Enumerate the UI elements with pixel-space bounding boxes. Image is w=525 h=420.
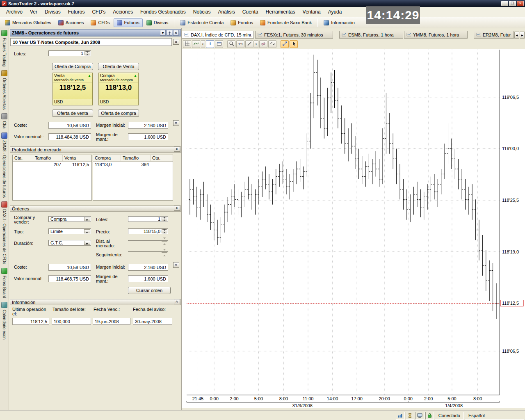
chevron-down-icon[interactable] — [84, 217, 90, 221]
buy-sell-select[interactable]: Compra — [48, 216, 91, 222]
menu-divisas[interactable]: Divisas — [41, 7, 64, 17]
dock-tab-znm8-operaciones-de-futuros[interactable]: ZNM8 - Operaciones de futuros — [1, 132, 7, 198]
toolbar-estado-de-cuenta[interactable]: Estado de Cuenta — [177, 18, 227, 27]
toolbar-mercados-globales[interactable]: Mercados Globales — [2, 18, 55, 27]
toolbar-futuros[interactable]: Futuros — [114, 18, 143, 27]
market-depth-section-header[interactable]: Profundidad de mercado » — [10, 146, 181, 153]
menu-ventana[interactable]: Ventana — [299, 7, 324, 17]
order-lots-spinner[interactable] — [162, 217, 167, 221]
ask-offer-button[interactable]: Oferta de Venta — [98, 63, 139, 70]
chart-tab-er2m8-futur[interactable]: ER2M8, Futur — [474, 31, 514, 39]
order-lots-input[interactable]: 1 — [128, 216, 168, 222]
x-axis-label: 0:00 — [210, 396, 218, 401]
menu-fondos-gestionados[interactable]: Fondos Gestionados — [137, 7, 189, 17]
table-row[interactable]: 118'13,0 384 — [93, 162, 173, 168]
menu-archivo[interactable]: Archivo — [2, 7, 26, 17]
information-section-header[interactable]: Información » — [10, 299, 181, 305]
chevron-down-icon[interactable]: ▼ — [201, 40, 205, 48]
scroll-right-icon[interactable]: ▶ — [520, 32, 525, 39]
lots-input[interactable]: 1 — [48, 50, 91, 56]
column-header[interactable]: Cta. — [151, 155, 172, 161]
chart-toolbar-zoom-button[interactable] — [227, 40, 235, 48]
chart-toolbar-one-to-one-button[interactable]: 1:1 — [236, 40, 244, 48]
dock-tab-futures-trading[interactable]: Futures Trading — [1, 30, 7, 66]
toolbar-fondos-de-saxo-bank[interactable]: Fondos de Saxo Bank — [257, 18, 315, 27]
trade-collapse-button[interactable]: » — [173, 120, 179, 126]
chart-tab-esm8-futuros-1-hora[interactable]: ESM8, Futuros, 1 hora — [339, 31, 403, 39]
orders-collapse-button[interactable]: » — [173, 262, 179, 268]
sell-market-button[interactable]: Venta▲ Mercado de venta 118'12,5 USD — [52, 73, 93, 105]
scroll-left-icon[interactable]: ◀ — [514, 32, 519, 39]
window-titlebar[interactable]: SaxoTrader 2 - workspace.ok.7 _ ❐ × — [0, 0, 525, 7]
toolbar-divisas[interactable]: Divisas — [143, 18, 171, 27]
price-chart[interactable]: 119'06,5119'00,0118'25,5118'19,0118'12,5… — [182, 49, 525, 408]
menu-acciones[interactable]: Acciones — [109, 7, 137, 17]
close-button[interactable]: × — [517, 1, 524, 6]
sell-offer-button[interactable]: Oferta de venta — [52, 110, 93, 117]
monitor-icon[interactable] — [415, 412, 425, 420]
menu-herramientas[interactable]: Herramientas — [262, 7, 299, 17]
lots-spinner[interactable] — [84, 51, 90, 55]
panel-menu-button[interactable]: ▾ — [160, 30, 166, 36]
language-indicator[interactable]: Español — [465, 412, 524, 420]
dock-tab-calendario-econ[interactable]: Calendario econ — [1, 302, 7, 340]
toolbar-acciones[interactable]: Acciones — [55, 18, 87, 27]
chart-tab-fesxc1-futuros-30-minutos[interactable]: FESXc1, Futuros, 30 minutos — [255, 31, 333, 39]
column-header[interactable]: Cta. — [13, 155, 33, 161]
orders-section-header[interactable]: Órdenes » — [10, 205, 181, 212]
buy-offer-button[interactable]: Oferta de compra — [98, 110, 139, 117]
toolbar-informacion[interactable]: Información — [320, 18, 358, 27]
menu-ayuda[interactable]: Ayuda — [324, 7, 346, 17]
toolbar-cfds[interactable]: CFDs — [87, 18, 113, 27]
dock-tab-cha[interactable]: Cha — [1, 113, 7, 128]
collapse-button[interactable]: » — [174, 146, 180, 152]
chevron-down-icon[interactable]: ▼ — [254, 40, 258, 48]
column-header[interactable]: Venta — [63, 155, 91, 161]
minimize-button[interactable]: _ — [501, 1, 508, 6]
order-price-spinner[interactable] — [162, 229, 167, 233]
maximize-button[interactable]: ❐ — [509, 1, 516, 6]
collapse-button[interactable]: » — [174, 299, 180, 304]
chart-toolbar-fit-button[interactable] — [281, 40, 289, 48]
collapse-button[interactable]: » — [174, 205, 180, 211]
instrument-collapse-button[interactable]: » — [173, 39, 179, 45]
chart-toolbar-pointer-button[interactable] — [290, 40, 298, 48]
column-header[interactable]: Compra — [93, 155, 121, 161]
buy-market-button[interactable]: Compra▲ Mercado de compra 118'13,0 USD — [98, 73, 139, 105]
submit-order-button[interactable]: Cursar orden — [128, 287, 171, 294]
chart-toolbar-info-button[interactable]: i — [206, 40, 214, 48]
dock-tab-dax-i-operaciones-de-cfds[interactable]: DAX.I - Operaciones de CFDs — [1, 201, 7, 264]
dock-tab-ordenes-abiertas[interactable]: Órdenes Abiertas — [1, 70, 7, 110]
chart-toolbar-indicators-button[interactable] — [192, 40, 200, 48]
panel-pin-button[interactable] — [167, 30, 172, 36]
toolbar-fondos[interactable]: Fondos — [227, 18, 256, 27]
chart-toolbar-line-tool-button[interactable] — [245, 40, 253, 48]
order-price-input[interactable]: 118'15,0 — [128, 228, 168, 234]
chart-toolbar-grid-button[interactable] — [183, 40, 191, 48]
order-type-select[interactable]: Límite — [48, 228, 91, 234]
panel-titlebar[interactable]: ZNM8 - Operaciones de futuros ▾ × — [10, 29, 181, 37]
chart-toolbar-eraser-button[interactable] — [259, 40, 267, 48]
menu-cuenta[interactable]: Cuenta — [239, 7, 262, 17]
bid-offer-button[interactable]: Oferta de Compra — [52, 63, 93, 70]
mini-chart-status-icon[interactable] — [396, 412, 405, 420]
lot-size-amount: 100,000 — [54, 319, 70, 324]
chart-canvas[interactable]: 119'06,5119'00,0118'25,5118'19,0118'12,5… — [182, 49, 525, 408]
menu-futuros[interactable]: Futuros — [64, 7, 89, 17]
menu-ver[interactable]: Ver — [26, 7, 41, 17]
chart-toolbar-dock-button[interactable] — [215, 40, 223, 48]
chevron-down-icon[interactable] — [84, 229, 90, 233]
chart-toolbar-link-chart-button[interactable] — [268, 40, 276, 48]
column-header[interactable]: Tamaño — [33, 155, 63, 161]
chevron-down-icon[interactable] — [84, 241, 90, 245]
chart-tab-dax-i-indice-de-cfd-15-minutos[interactable]: DAX.I, Índice de CFD, 15 minutos — [182, 31, 254, 39]
panel-close-button[interactable]: × — [173, 30, 179, 36]
menu-cfd-s[interactable]: CFD's — [88, 7, 109, 17]
menu-noticias[interactable]: Noticias — [189, 7, 215, 17]
column-header[interactable]: Tamaño — [121, 155, 151, 161]
chart-tab-ymm8-futuros-1-hora[interactable]: YMM8, Futuros, 1 hora — [404, 31, 468, 39]
table-row[interactable]: 207 118'12,5 — [13, 162, 91, 168]
menu-analisis[interactable]: Análisis — [214, 7, 238, 17]
duration-select[interactable]: G.T.C. — [48, 240, 91, 246]
dock-tab-forex-board[interactable]: Forex Board — [1, 268, 7, 298]
